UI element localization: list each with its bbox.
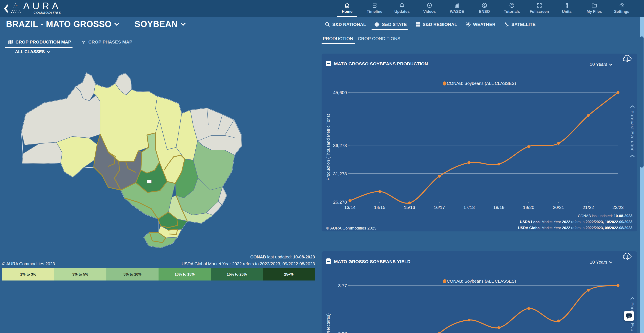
chevron-up-icon	[630, 154, 635, 158]
chart-footnote: CONAB last updated: 10-08-2023	[578, 214, 632, 218]
nav-item-label: WASDE	[450, 9, 464, 14]
search-icon	[324, 21, 330, 27]
brand-subtitle: COMMODITIES	[34, 11, 61, 14]
data-point	[617, 284, 620, 287]
data-point	[438, 175, 441, 178]
commodity-selector[interactable]: SOYBEAN	[134, 19, 185, 29]
play-circle-icon	[426, 2, 432, 9]
nav-item-label: Tutorials	[504, 9, 520, 14]
series-line	[350, 286, 618, 333]
chart-footnote: USDA Global Market Year 2022 refers to 2…	[518, 226, 632, 230]
map-class-legend: 1% to 3% 3% to 5% 5% to 10% 10% to 15% 1…	[2, 268, 315, 281]
top-bar: AURA COMMODITIES Home Timeline Updates V…	[0, 0, 644, 17]
forecast-evolution-tab[interactable]: Forecast Evolution	[629, 105, 636, 174]
classes-filter-dropdown[interactable]: ALL CLASSES	[15, 49, 50, 54]
nav-item-timeline[interactable]: Timeline	[361, 0, 388, 17]
data-point	[498, 163, 500, 165]
yield-line-chart: 3.773.2713/1414/1515/1616/1717/1818/1919…	[322, 251, 637, 333]
nav-item-label: My Files	[586, 9, 602, 14]
timeline-icon	[372, 2, 378, 9]
legend-label: 15% to 25%	[227, 272, 247, 277]
state-acre[interactable]	[22, 142, 62, 164]
chat-bubble-icon	[625, 313, 633, 319]
tab-production[interactable]: PRODUCTION	[323, 36, 353, 41]
fullscreen-icon	[536, 2, 542, 9]
logo-orange-dot	[16, 5, 18, 6]
nav-item-label: Home	[342, 9, 352, 14]
nav-item-fullscreen[interactable]: Fullscreen	[526, 0, 553, 17]
chevron-down-icon	[180, 20, 186, 26]
tab-crop-production-map[interactable]: CROP PRODUCTION MAP	[8, 39, 71, 45]
legend-label: 25+%	[284, 272, 294, 277]
nav-item-tutorials[interactable]: ? Tutorials	[498, 0, 526, 17]
logo-dots-icon	[11, 2, 21, 14]
page-scrollbar-track[interactable]	[640, 17, 644, 333]
nav-item-enso[interactable]: ENSO	[471, 0, 498, 17]
production-line-chart: 26,27831,27836,27845,60013/1414/1515/161…	[322, 53, 637, 231]
tab-label: S&D STATE	[382, 22, 407, 27]
brand-logo[interactable]: AURA COMMODITIES	[11, 1, 61, 14]
nav-item-home[interactable]: Home	[333, 0, 361, 17]
x-axis-tick-label: 14/15	[374, 205, 386, 210]
svg-text:?: ?	[511, 4, 513, 7]
data-point	[527, 145, 530, 148]
sd-sub-tabs: PRODUCTION CROP CONDITIONS	[323, 36, 400, 41]
tab-label: WEATHER	[473, 22, 496, 27]
back-chevron-icon[interactable]	[3, 4, 10, 13]
nav-item-label: Fullscreen	[530, 9, 549, 14]
question-circle-icon: ?	[509, 2, 515, 9]
y-axis-tick-label: 26,278	[333, 200, 347, 204]
data-point	[378, 190, 381, 193]
context-selectors: BRAZIL - MATO GROSSO SOYBEAN	[6, 19, 185, 29]
home-icon	[344, 2, 350, 9]
brazil-crop-production-map[interactable]	[17, 71, 244, 249]
y-axis-title: Production (Thousand Metric Tons)	[326, 114, 330, 180]
data-point	[468, 319, 470, 322]
ruler-icon	[564, 2, 570, 9]
tab-sd-regional[interactable]: S&D REGIONAL	[415, 21, 457, 27]
x-axis-tick-label: 21/22	[583, 205, 594, 210]
tab-crop-phases-map[interactable]: CROP PHASES MAP	[81, 39, 132, 45]
chevron-down-icon	[114, 20, 120, 26]
y-axis-tick-label: 36,278	[333, 143, 347, 148]
forecast-evolution-label: Forecast Evolution	[630, 111, 635, 152]
folder-icon	[591, 2, 597, 9]
selected-region-marker[interactable]	[147, 180, 152, 183]
tab-satellite[interactable]: SATELLITE	[504, 21, 536, 27]
map-copyright: © AURA Commodities 2023	[2, 261, 55, 266]
tab-label: S&D NATIONAL	[332, 22, 366, 27]
nav-item-updates[interactable]: Updates	[388, 0, 416, 17]
production-chart-card: MATO GROSSO SOYBEANS PRODUCTION 10 Years…	[322, 53, 637, 231]
tab-crop-conditions[interactable]: CROP CONDITIONS	[358, 36, 400, 41]
x-axis-tick-label: 22/23	[612, 205, 624, 210]
nav-item-videos[interactable]: Videos	[416, 0, 443, 17]
x-axis-tick-label: 16/17	[434, 205, 445, 210]
chat-widget-button[interactable]	[624, 311, 634, 321]
x-axis-tick-label: 18/19	[493, 205, 504, 210]
legend-swatch: 1% to 3%	[2, 268, 54, 281]
nav-item-my-files[interactable]: My Files	[580, 0, 608, 17]
data-point	[557, 320, 560, 322]
y-axis-title: Yield (Metric Tons/Hectares)	[326, 313, 330, 333]
y-axis-tick-label: 3.77	[338, 283, 347, 288]
legend-swatch: 5% to 10%	[106, 268, 158, 281]
nav-item-wasde[interactable]: WASDE	[443, 0, 471, 17]
legend-swatch: 10% to 15%	[158, 268, 211, 281]
nav-item-settings[interactable]: Settings	[608, 0, 636, 17]
sprout-icon	[81, 39, 86, 44]
data-point	[617, 91, 620, 94]
tab-sd-state[interactable]: S&D STATE	[374, 21, 407, 27]
page-scrollbar-thumb[interactable]	[640, 36, 644, 168]
tab-label: CROP PHASES MAP	[88, 39, 132, 44]
state-rondonia[interactable]	[56, 136, 97, 177]
globe-icon	[482, 2, 488, 9]
top-nav: Home Timeline Updates Videos WASDE ENSO …	[333, 0, 636, 17]
tab-weather[interactable]: WEATHER	[465, 21, 496, 27]
nav-item-units[interactable]: Units	[553, 0, 580, 17]
tab-label: CROP CONDITIONS	[358, 36, 400, 41]
bell-icon	[399, 2, 405, 9]
tab-sd-national[interactable]: S&D NATIONAL	[324, 21, 366, 27]
x-axis-tick-label: 17/18	[463, 205, 475, 210]
legend-label: 10% to 15%	[174, 272, 195, 277]
region-selector[interactable]: BRAZIL - MATO GROSSO	[6, 19, 119, 29]
